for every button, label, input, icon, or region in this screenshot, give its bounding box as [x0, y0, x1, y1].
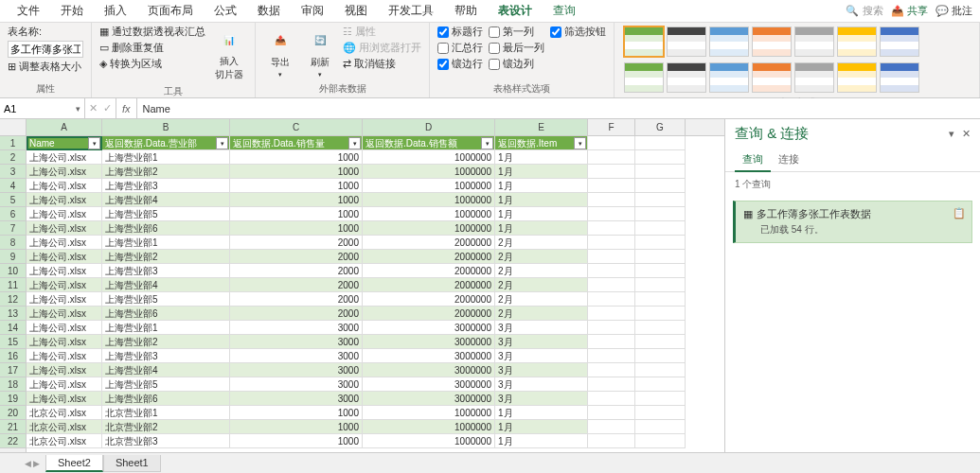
cell[interactable]: 上海公司.xlsx — [27, 307, 102, 321]
cell[interactable]: 1000 — [230, 207, 363, 221]
cell[interactable]: 1000000 — [363, 193, 495, 207]
row-header[interactable]: 6 — [0, 207, 26, 221]
col-header-F[interactable]: F — [588, 119, 635, 135]
menu-插入[interactable]: 插入 — [95, 0, 136, 22]
cell[interactable] — [588, 363, 635, 377]
cell[interactable]: 2000000 — [363, 250, 495, 264]
tab-query[interactable]: 查询 — [735, 149, 771, 172]
cell[interactable] — [635, 307, 686, 321]
tab-next-icon[interactable]: ▶ — [33, 459, 40, 468]
cell[interactable]: 3月 — [495, 363, 588, 377]
table-header-cell[interactable]: 返回数据.Data.销售额▾ — [363, 136, 495, 150]
cell[interactable]: 上海公司.xlsx — [27, 250, 102, 264]
cell[interactable] — [635, 321, 686, 335]
cell[interactable]: 1000000 — [363, 420, 495, 434]
cell[interactable]: 3000000 — [363, 363, 495, 377]
cell[interactable]: 2月 — [495, 278, 588, 292]
cell[interactable]: 1000000 — [363, 150, 495, 165]
cell[interactable]: 2000000 — [363, 307, 495, 321]
dedup-button[interactable]: ▭删除重复值 — [99, 41, 205, 55]
table-style-swatch[interactable] — [880, 26, 919, 57]
cell[interactable]: 3月 — [495, 392, 588, 406]
cell[interactable]: 2000 — [230, 278, 363, 292]
cell[interactable]: 2月 — [495, 236, 588, 250]
cell[interactable]: 上海公司.xlsx — [27, 193, 102, 207]
cell[interactable]: 3000 — [230, 335, 363, 349]
cell[interactable]: 3月 — [495, 321, 588, 335]
cell[interactable]: 1月 — [495, 165, 588, 179]
cell[interactable]: 上海营业部4 — [102, 193, 230, 207]
row-header[interactable]: 9 — [0, 250, 26, 264]
row-header[interactable]: 15 — [0, 335, 26, 349]
cell[interactable]: 2月 — [495, 264, 588, 278]
cell[interactable] — [588, 278, 635, 292]
cell[interactable] — [635, 377, 686, 392]
table-style-swatch[interactable] — [752, 62, 792, 93]
row-header[interactable]: 20 — [0, 406, 26, 420]
cell[interactable]: 上海营业部1 — [102, 321, 230, 335]
table-header-cell[interactable] — [588, 136, 635, 150]
cell[interactable]: 2000 — [230, 264, 363, 278]
cell[interactable]: 2000000 — [363, 236, 495, 250]
table-name-input[interactable] — [8, 41, 83, 58]
cell[interactable]: 2000000 — [363, 292, 495, 307]
cell[interactable] — [635, 150, 686, 165]
total-row-checkbox[interactable]: 汇总行 — [437, 41, 483, 55]
filter-icon[interactable]: ▾ — [348, 137, 361, 149]
cell[interactable]: 北京营业部1 — [102, 406, 230, 420]
row-header[interactable]: 7 — [0, 221, 26, 236]
banded-col-checkbox[interactable]: 镶边列 — [489, 57, 544, 71]
cell[interactable] — [588, 307, 635, 321]
row-header[interactable]: 13 — [0, 307, 26, 321]
cell[interactable] — [635, 278, 686, 292]
cell[interactable]: 2000 — [230, 236, 363, 250]
cell[interactable]: 上海公司.xlsx — [27, 335, 102, 349]
cell[interactable]: 上海营业部5 — [102, 207, 230, 221]
search-box[interactable]: 🔍 搜索 — [846, 4, 883, 18]
cell[interactable] — [635, 193, 686, 207]
cell[interactable]: 1000000 — [363, 165, 495, 179]
cell[interactable]: 上海公司.xlsx — [27, 236, 102, 250]
table-style-swatch[interactable] — [709, 62, 749, 93]
table-style-swatch[interactable] — [880, 62, 919, 93]
cell[interactable] — [635, 250, 686, 264]
cell[interactable]: 1000000 — [363, 179, 495, 193]
table-header-cell[interactable]: Name▾ — [27, 136, 102, 150]
col-header-A[interactable]: A — [27, 119, 102, 135]
cell[interactable]: 3月 — [495, 335, 588, 349]
cell[interactable]: 3月 — [495, 377, 588, 392]
filter-icon[interactable]: ▾ — [481, 137, 493, 149]
cell[interactable]: 1000 — [230, 406, 363, 420]
cell[interactable] — [588, 236, 635, 250]
header-row-checkbox[interactable]: 标题行 — [437, 25, 483, 39]
cell[interactable] — [588, 221, 635, 236]
cell[interactable]: 上海营业部6 — [102, 221, 230, 236]
name-box-dropdown-icon[interactable]: ▾ — [76, 104, 80, 114]
cell[interactable]: 上海营业部1 — [102, 236, 230, 250]
table-style-swatch[interactable] — [794, 26, 834, 57]
cell[interactable]: 3000 — [230, 321, 363, 335]
first-col-checkbox[interactable]: 第一列 — [489, 25, 544, 39]
cell[interactable]: 上海营业部5 — [102, 377, 230, 392]
cell[interactable]: 上海营业部2 — [102, 335, 230, 349]
cell[interactable] — [635, 335, 686, 349]
cell[interactable]: 2月 — [495, 292, 588, 307]
cell[interactable]: 上海公司.xlsx — [27, 150, 102, 165]
cell[interactable] — [588, 377, 635, 392]
cell[interactable]: 上海公司.xlsx — [27, 207, 102, 221]
cell[interactable]: 2月 — [495, 250, 588, 264]
cell[interactable]: 1月 — [495, 207, 588, 221]
filter-icon[interactable]: ▾ — [216, 137, 228, 149]
row-header[interactable]: 3 — [0, 165, 26, 179]
row-header[interactable]: 4 — [0, 179, 26, 193]
cell[interactable] — [588, 165, 635, 179]
resize-table-button[interactable]: ⊞ 调整表格大小 — [8, 60, 83, 74]
cell[interactable] — [635, 292, 686, 307]
menu-文件[interactable]: 文件 — [8, 0, 49, 22]
cell[interactable]: 1000 — [230, 193, 363, 207]
cell[interactable]: 上海公司.xlsx — [27, 321, 102, 335]
cell[interactable] — [588, 193, 635, 207]
cell[interactable]: 上海公司.xlsx — [27, 179, 102, 193]
cell[interactable]: 1000000 — [363, 406, 495, 420]
cell[interactable]: 上海公司.xlsx — [27, 221, 102, 236]
